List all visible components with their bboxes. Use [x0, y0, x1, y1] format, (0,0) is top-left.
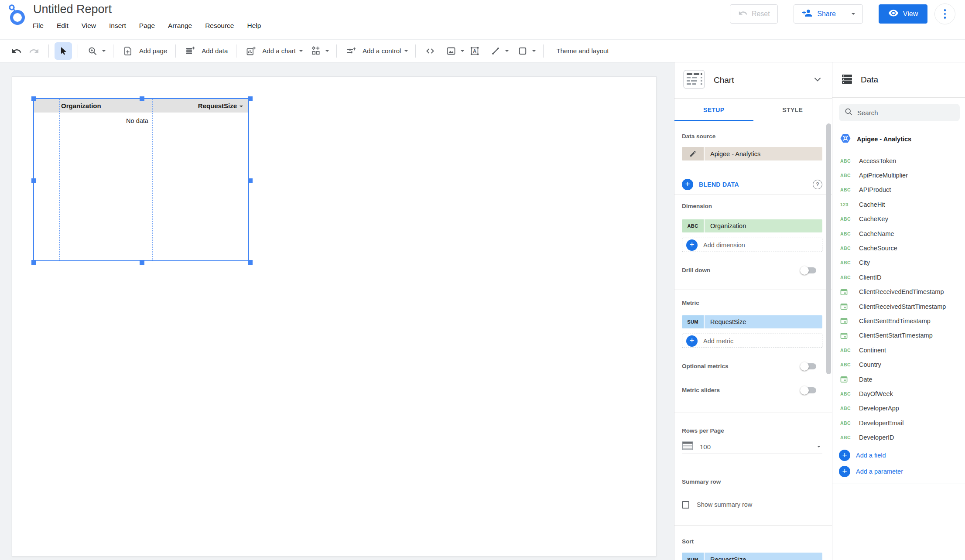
- field-ClientSentEndTimestamp[interactable]: ClientSentEndTimestamp: [832, 314, 965, 328]
- add-page-button[interactable]: Add page: [119, 42, 170, 60]
- selection-handle[interactable]: [140, 260, 144, 265]
- insert-line-button[interactable]: [487, 42, 510, 60]
- search-input[interactable]: [856, 109, 955, 117]
- panel-scrollbar[interactable]: [826, 123, 831, 374]
- field-DeveloperEmail[interactable]: ABCDeveloperEmail: [832, 416, 965, 430]
- field-ClientSentStartTimestamp[interactable]: ClientSentStartTimestamp: [832, 328, 965, 343]
- sort-metric-chip[interactable]: SUM RequestSize: [682, 553, 822, 560]
- data-source-chip[interactable]: Apigee - Analytics: [682, 147, 822, 160]
- select-tool-button[interactable]: [55, 42, 72, 60]
- add-data-button[interactable]: Add data: [181, 42, 230, 60]
- table-column-header[interactable]: Organization: [34, 102, 101, 109]
- field-search[interactable]: [839, 104, 960, 121]
- dimension-chip[interactable]: ABC Organization: [682, 219, 822, 232]
- field-Continent[interactable]: ABCContinent: [832, 343, 965, 357]
- add-control-button[interactable]: Add a control: [342, 42, 410, 60]
- field-City[interactable]: ABCCity: [832, 256, 965, 270]
- add-chart-button[interactable]: Add a chart: [242, 42, 305, 60]
- chart-panel-header: Chart: [674, 62, 832, 99]
- add-a-field-button[interactable]: Add a field: [832, 447, 965, 464]
- add-a-parameter-button[interactable]: Add a parameter: [832, 464, 965, 480]
- menu-help[interactable]: Help: [241, 19, 268, 32]
- menu-insert[interactable]: Insert: [103, 19, 133, 32]
- field-Country[interactable]: ABCCountry: [832, 357, 965, 372]
- menu-resource[interactable]: Resource: [198, 19, 240, 32]
- menu-page[interactable]: Page: [133, 19, 161, 32]
- zoom-tool-button[interactable]: [84, 42, 107, 60]
- share-button[interactable]: Share: [794, 4, 863, 24]
- theme-and-layout-button[interactable]: Theme and layout: [556, 47, 609, 55]
- field-Date[interactable]: Date: [832, 372, 965, 386]
- field-CacheSource[interactable]: ABCCacheSource: [832, 241, 965, 255]
- optional-metrics-toggle[interactable]: [801, 363, 816, 369]
- field-AccessToken[interactable]: ABCAccessToken: [832, 154, 965, 168]
- menu-edit[interactable]: Edit: [50, 19, 75, 32]
- insert-image-button[interactable]: [442, 42, 466, 60]
- share-dropdown[interactable]: [844, 5, 862, 23]
- undo-button[interactable]: [8, 42, 25, 60]
- edit-pencil-icon[interactable]: [682, 147, 704, 160]
- svg-text:A: A: [473, 48, 476, 54]
- text-field-icon: ABC: [840, 158, 853, 164]
- selection-handle[interactable]: [248, 96, 253, 101]
- selection-handle[interactable]: [248, 260, 253, 265]
- field-CacheName[interactable]: ABCCacheName: [832, 226, 965, 241]
- table-chart[interactable]: Organization RequestSize No data: [33, 98, 249, 261]
- blend-data-button[interactable]: BLEND DATA ?: [682, 177, 822, 192]
- menu-file[interactable]: File: [26, 19, 50, 32]
- chevron-down-icon[interactable]: [812, 74, 823, 87]
- summary-row-checkbox[interactable]: [682, 501, 689, 509]
- embed-url-button[interactable]: [421, 42, 439, 60]
- rows-per-page-select[interactable]: 100: [682, 440, 822, 454]
- field-ClientReceivedEndTimestamp[interactable]: ClientReceivedEndTimestamp: [832, 285, 965, 299]
- view-button[interactable]: View: [879, 4, 927, 24]
- field-APIProduct[interactable]: ABCAPIProduct: [832, 183, 965, 197]
- plus-icon: [839, 466, 850, 477]
- selection-handle[interactable]: [140, 96, 144, 101]
- selection-handle[interactable]: [31, 260, 36, 265]
- table-chart-type-icon[interactable]: [683, 70, 705, 91]
- selection-handle[interactable]: [248, 178, 253, 183]
- date-field-icon: [840, 332, 853, 339]
- community-visualizations-button[interactable]: [307, 42, 331, 60]
- menu-view[interactable]: View: [75, 19, 103, 32]
- insert-shape-button[interactable]: [514, 42, 537, 60]
- metric-sliders-label: Metric sliders: [682, 387, 720, 394]
- insert-text-button[interactable]: A: [466, 42, 483, 60]
- field-DeveloperApp[interactable]: ABCDeveloperApp: [832, 401, 965, 416]
- reset-button[interactable]: Reset: [730, 4, 778, 24]
- tab-style[interactable]: STYLE: [753, 99, 832, 121]
- field-CacheHit[interactable]: 123CacheHit: [832, 197, 965, 212]
- field-DeveloperID[interactable]: ABCDeveloperID: [832, 430, 965, 444]
- more-options-button[interactable]: [934, 3, 955, 24]
- selection-handle[interactable]: [31, 178, 36, 183]
- metric-chip[interactable]: SUM RequestSize: [682, 315, 822, 328]
- help-icon[interactable]: ?: [813, 180, 822, 189]
- field-DayOfWeek[interactable]: ABCDayOfWeek: [832, 386, 965, 401]
- drill-down-toggle[interactable]: [801, 267, 816, 273]
- selection-handle[interactable]: [31, 96, 36, 101]
- field-CacheKey[interactable]: ABCCacheKey: [832, 212, 965, 226]
- field-name: DeveloperApp: [859, 405, 899, 412]
- text-field-icon: ABC: [840, 391, 853, 396]
- report-canvas[interactable]: Organization RequestSize No data: [12, 76, 657, 557]
- field-ClientReceivedStartTimestamp[interactable]: ClientReceivedStartTimestamp: [832, 299, 965, 314]
- sort-label: Sort: [682, 538, 822, 545]
- field-ApiPriceMultiplier[interactable]: ABCApiPriceMultiplier: [832, 168, 965, 182]
- redo-button[interactable]: [25, 42, 43, 60]
- data-source-row[interactable]: Apigee - Analytics: [832, 133, 965, 146]
- menu-arrange[interactable]: Arrange: [161, 19, 198, 32]
- text-field-icon: ABC: [840, 231, 853, 236]
- table-column-header[interactable]: RequestSize: [198, 102, 248, 109]
- field-name: CacheName: [859, 230, 894, 237]
- date-field-icon: [840, 317, 853, 324]
- add-metric-button[interactable]: Add metric: [682, 334, 822, 348]
- show-summary-row-option[interactable]: Show summary row: [682, 499, 822, 511]
- data-panel-title: Data: [861, 75, 878, 85]
- metric-name: RequestSize: [705, 315, 822, 328]
- field-name: Continent: [859, 347, 886, 354]
- metric-sliders-toggle[interactable]: [801, 387, 816, 393]
- tab-setup[interactable]: SETUP: [674, 99, 753, 121]
- field-ClientID[interactable]: ABCClientID: [832, 270, 965, 284]
- add-dimension-button[interactable]: Add dimension: [682, 238, 822, 252]
